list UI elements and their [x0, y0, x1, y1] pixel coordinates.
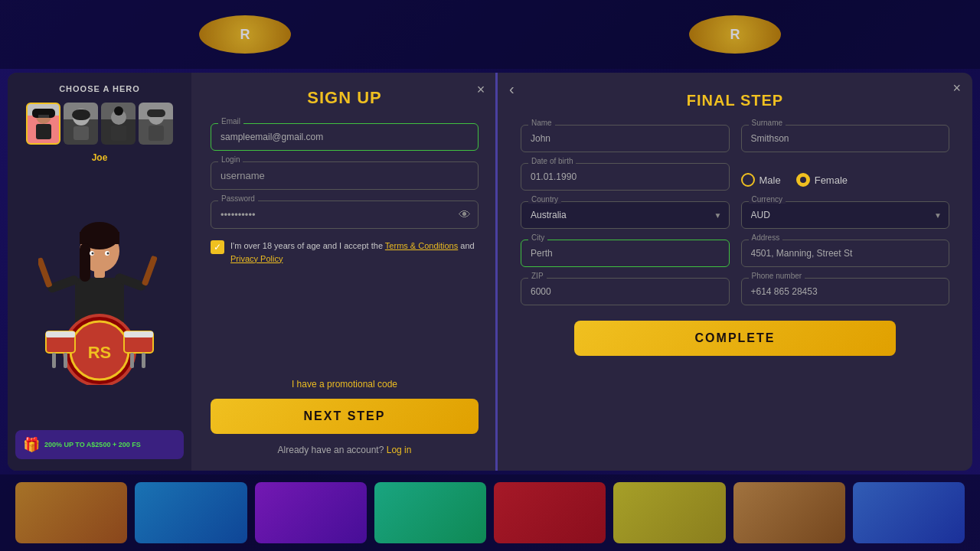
phone-label: Phone number	[749, 272, 805, 280]
login-group: Login	[211, 161, 479, 190]
zip-phone-row: ZIP Phone number	[521, 278, 949, 305]
password-wrapper: 👁	[211, 201, 479, 229]
avatar-3[interactable]	[101, 103, 136, 145]
address-label: Address	[749, 233, 783, 242]
game-thumb-2	[135, 482, 247, 543]
top-bar: R R	[0, 0, 980, 69]
logo-right: R	[689, 15, 781, 54]
avatar-2[interactable]	[64, 103, 98, 145]
hero-panel: CHOOSE A HERO	[8, 73, 191, 471]
surname-col: Surname	[741, 125, 950, 152]
gender-female-option[interactable]: Female	[796, 173, 848, 187]
male-label: Male	[760, 174, 781, 186]
modal-divider	[495, 73, 498, 471]
zip-label: ZIP	[528, 272, 547, 280]
svg-rect-3	[38, 115, 49, 118]
terms-conditions-link[interactable]: Terms & Conditions	[385, 241, 458, 250]
terms-checkbox[interactable]: ✓	[211, 240, 224, 254]
name-col: Name	[521, 125, 730, 152]
gender-male-option[interactable]: Male	[741, 173, 781, 187]
female-radio-circle[interactable]	[796, 173, 810, 187]
country-col: Country Australia New Zealand Canada	[521, 201, 730, 229]
city-input[interactable]	[521, 240, 730, 267]
svg-text:RS: RS	[88, 343, 112, 362]
dob-label: Date of birth	[528, 157, 576, 165]
gender-radio-group: Male Female	[741, 167, 848, 187]
bottom-games-bar	[0, 474, 980, 551]
hero-image-area: RS	[38, 169, 161, 424]
final-close-button[interactable]: ×	[952, 80, 961, 96]
email-input[interactable]	[211, 123, 479, 151]
login-text: Already have an account? Log in	[211, 445, 479, 455]
hero-svg: RS	[38, 209, 161, 385]
back-button[interactable]: ‹	[509, 80, 514, 98]
svg-rect-1	[36, 124, 51, 139]
country-select[interactable]: Australia New Zealand Canada	[521, 201, 730, 229]
password-group: Password 👁	[211, 201, 479, 229]
and-text: and	[460, 241, 474, 250]
avatar-1[interactable]	[26, 103, 60, 145]
avatar-1-face	[28, 104, 59, 143]
dob-gender-row: Date of birth Male Female	[521, 163, 949, 191]
game-thumb-4	[374, 482, 486, 543]
svg-rect-6	[72, 109, 90, 120]
avatar-2-face	[64, 103, 98, 145]
svg-rect-27	[80, 243, 90, 282]
hero-avatars	[26, 103, 173, 145]
toggle-password-icon[interactable]: 👁	[459, 208, 471, 222]
currency-col: Currency AUD USD EUR	[741, 201, 950, 229]
signup-form-area: × SIGN UP Email Login Password 👁	[191, 73, 498, 471]
game-thumb-8	[853, 482, 965, 543]
surname-label: Surname	[749, 119, 786, 127]
country-label: Country	[528, 195, 561, 204]
address-col: Address	[741, 240, 950, 267]
city-col: City	[521, 240, 730, 267]
privacy-policy-link[interactable]: Privacy Policy	[230, 254, 283, 263]
svg-rect-8	[111, 126, 126, 141]
name-label: Name	[528, 119, 555, 127]
svg-rect-40	[52, 353, 56, 368]
svg-rect-11	[149, 126, 164, 141]
svg-point-31	[107, 252, 109, 254]
next-step-button[interactable]: NEXT STEP	[211, 399, 479, 434]
phone-input[interactable]	[741, 278, 950, 305]
svg-point-30	[92, 252, 94, 254]
avatar-4-face	[139, 103, 173, 145]
bonus-icon: 🎁	[23, 436, 40, 453]
log-in-link[interactable]: Log in	[387, 445, 412, 455]
surname-input[interactable]	[741, 125, 950, 152]
password-input[interactable]	[211, 201, 479, 229]
final-step-title: FINAL STEP	[521, 92, 949, 109]
bonus-text: 200% UP TO A$2500 + 200 FS	[44, 441, 141, 448]
svg-point-9	[114, 106, 123, 116]
svg-rect-5	[74, 126, 89, 140]
terms-text: I'm over 18 years of age and I accept th…	[230, 240, 479, 265]
svg-rect-22	[142, 255, 158, 285]
login-input[interactable]	[211, 161, 479, 190]
currency-select[interactable]: AUD USD EUR	[741, 201, 950, 229]
zip-input[interactable]	[521, 278, 730, 305]
terms-row: ✓ I'm over 18 years of age and I accept …	[211, 240, 479, 265]
svg-rect-26	[80, 232, 119, 244]
dob-col: Date of birth	[521, 163, 730, 191]
email-group: Email	[211, 123, 479, 151]
svg-rect-41	[64, 353, 67, 368]
email-label: Email	[218, 117, 243, 126]
address-input[interactable]	[741, 240, 950, 267]
gender-col: Male Female	[741, 163, 950, 191]
promo-code-link[interactable]: I have a promotional code	[211, 379, 479, 390]
svg-rect-43	[142, 353, 145, 368]
male-radio-circle[interactable]	[741, 173, 755, 187]
country-currency-row: Country Australia New Zealand Canada Cur…	[521, 201, 949, 229]
signup-close-button[interactable]: ×	[472, 80, 490, 99]
svg-rect-37	[46, 331, 75, 337]
currency-label: Currency	[749, 195, 786, 204]
complete-button[interactable]: COMPLETE	[574, 321, 896, 356]
svg-rect-39	[124, 331, 153, 337]
zip-col: ZIP	[521, 278, 730, 305]
dob-input[interactable]	[521, 163, 730, 191]
phone-col: Phone number	[741, 278, 950, 305]
avatar-4[interactable]	[139, 103, 173, 145]
game-thumb-1	[15, 482, 127, 543]
name-input[interactable]	[521, 125, 730, 152]
